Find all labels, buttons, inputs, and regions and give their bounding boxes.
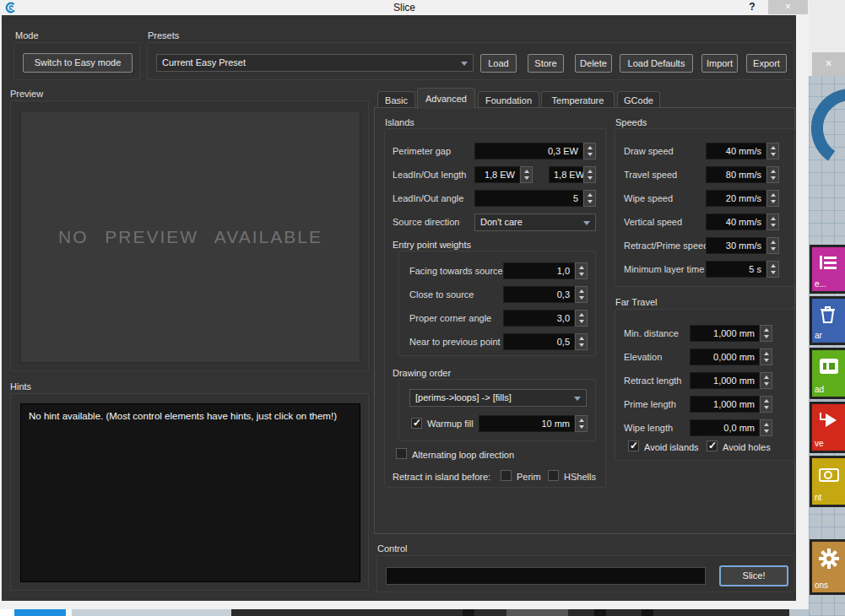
avoid-holes-label: Avoid holes xyxy=(723,441,771,453)
toolbar-button-clear[interactable]: ar xyxy=(810,296,845,345)
facing-towards-source-spinner[interactable] xyxy=(575,262,588,279)
tab-foundation[interactable]: Foundation xyxy=(478,91,539,109)
switch-to-easy-mode-button[interactable]: Switch to Easy mode xyxy=(23,53,133,73)
entry-point-weights-group: Facing towards source 1,0 Close to sourc… xyxy=(398,251,596,356)
avoid-islands-label: Avoid islands xyxy=(644,441,699,453)
draw-speed-input[interactable]: 40 mm/s xyxy=(706,143,766,159)
slice-button[interactable]: Slice! xyxy=(719,565,788,586)
toolbar-button-slice[interactable]: e... xyxy=(810,245,845,294)
tab-temperature[interactable]: Temperature xyxy=(541,91,615,109)
proper-corner-angle-input[interactable]: 3,0 xyxy=(503,310,575,327)
perimeter-gap-spinner[interactable] xyxy=(583,143,596,159)
warmup-fill-label: Warmup fill xyxy=(427,418,474,430)
close-button[interactable]: × xyxy=(768,0,808,14)
prime-length-spinner[interactable] xyxy=(760,396,772,413)
facing-towards-source-input[interactable]: 1,0 xyxy=(503,262,575,279)
near-previous-point-spinner[interactable] xyxy=(575,333,588,350)
prime-length-input[interactable]: 1,000 mm xyxy=(690,396,760,413)
leadinout-angle-label: LeadIn/Out angle xyxy=(393,191,463,207)
avoid-islands-checkbox[interactable] xyxy=(628,440,639,451)
warmup-fill-spinner[interactable] xyxy=(575,415,588,432)
retract-hshells-label: HShells xyxy=(564,471,596,483)
retract-length-input[interactable]: 1,000 mm xyxy=(690,372,760,389)
close-to-source-input[interactable]: 0,3 xyxy=(503,286,575,303)
minimum-layer-time-spinner[interactable] xyxy=(766,261,779,278)
preview-area: NO PREVIEW AVAILABLE xyxy=(20,111,360,363)
load-button[interactable]: Load xyxy=(480,54,517,73)
leadout-length-spinner[interactable] xyxy=(583,166,596,183)
islands-group: Perimeter gap 0,3 EW LeadIn/Out length 1… xyxy=(384,128,606,488)
chevron-down-icon xyxy=(461,62,468,66)
mode-group: Switch to Easy mode xyxy=(14,42,140,80)
bottom-strip-lightpanel xyxy=(72,609,231,616)
tab-advanced[interactable]: Advanced xyxy=(417,88,475,109)
travel-speed-input[interactable]: 80 mm/s xyxy=(706,166,766,183)
travel-speed-label: Travel speed xyxy=(624,167,677,183)
vertical-speed-spinner[interactable] xyxy=(766,213,779,230)
alternating-loop-direction-label: Alternating loop direction xyxy=(412,449,514,461)
retract-perim-checkbox[interactable] xyxy=(501,470,512,481)
speeds-group-label: Speeds xyxy=(615,117,647,127)
toolbar-button-save[interactable]: ve xyxy=(810,402,845,453)
source-direction-dropdown[interactable]: Don't care xyxy=(474,213,596,231)
leadinout-angle-input[interactable]: 5 xyxy=(474,190,583,207)
retract-prime-speed-input[interactable]: 30 mm/s xyxy=(706,237,766,254)
store-button[interactable]: Store xyxy=(528,54,564,73)
dialog-titlebar[interactable]: Slice ? × xyxy=(0,0,809,15)
wipe-speed-label: Wipe speed xyxy=(624,191,673,207)
export-button[interactable]: Export xyxy=(746,54,787,73)
retract-prime-speed-spinner[interactable] xyxy=(766,237,779,254)
drawing-order-label: Drawing order xyxy=(393,368,451,378)
minimum-layer-time-input[interactable]: 5 s xyxy=(706,261,766,278)
prime-length-label: Prime length xyxy=(624,397,676,413)
toolbar-button-load[interactable]: ad xyxy=(810,348,845,399)
wipe-length-spinner[interactable] xyxy=(760,419,772,436)
big-c-logo-icon xyxy=(809,79,845,185)
wipe-speed-spinner[interactable] xyxy=(766,190,779,207)
preset-dropdown[interactable]: Current Easy Preset xyxy=(156,54,474,72)
delete-button[interactable]: Delete xyxy=(575,54,612,73)
travel-speed-spinner[interactable] xyxy=(766,166,779,183)
min-distance-spinner[interactable] xyxy=(760,325,772,342)
presets-group-label: Presets xyxy=(148,30,179,41)
toolbar-button-print[interactable]: nt xyxy=(810,456,845,507)
drawing-order-dropdown[interactable]: [perims->loops] -> [fills] xyxy=(409,389,587,407)
retract-length-spinner[interactable] xyxy=(760,372,772,389)
min-distance-input[interactable]: 1,000 mm xyxy=(690,325,760,342)
bottom-strip-button[interactable] xyxy=(506,609,568,616)
retract-length-label: Retract length xyxy=(624,373,681,389)
leadin-length-input[interactable]: 1,8 EW xyxy=(474,166,520,183)
near-previous-point-input[interactable]: 0,5 xyxy=(503,333,575,350)
far-travel-group: Min. distance 1,000 mm Elevation 0,000 m… xyxy=(615,309,795,461)
elevation-input[interactable]: 0,000 mm xyxy=(690,349,760,365)
proper-corner-angle-spinner[interactable] xyxy=(575,310,588,327)
hints-group: No hint available. (Most control element… xyxy=(10,393,369,591)
import-button[interactable]: Import xyxy=(701,54,738,73)
bottom-strip-blue-button[interactable] xyxy=(14,609,66,616)
load-defaults-button[interactable]: Load Defaults xyxy=(620,54,693,73)
background-close-button[interactable]: × xyxy=(812,52,845,76)
avoid-holes-checkbox[interactable] xyxy=(707,440,718,451)
leadinout-angle-spinner[interactable] xyxy=(583,190,596,207)
leadin-length-spinner[interactable] xyxy=(520,166,533,183)
alternating-loop-direction-checkbox[interactable] xyxy=(396,448,407,459)
facing-towards-source-label: Facing towards source xyxy=(409,263,503,279)
warmup-fill-input[interactable]: 10 mm xyxy=(479,415,575,432)
retract-perim-label: Perim xyxy=(517,471,541,483)
close-to-source-spinner[interactable] xyxy=(575,286,588,303)
retract-hshells-checkbox[interactable] xyxy=(548,470,559,481)
wipe-speed-input[interactable]: 20 mm/s xyxy=(706,190,766,207)
load-icon xyxy=(818,356,840,376)
warmup-fill-checkbox[interactable] xyxy=(411,418,422,429)
draw-speed-spinner[interactable] xyxy=(766,143,779,159)
perimeter-gap-input[interactable]: 0,3 EW xyxy=(474,143,583,159)
tab-basic[interactable]: Basic xyxy=(377,91,415,109)
wipe-length-input[interactable]: 0,0 mm xyxy=(690,419,760,436)
vertical-speed-input[interactable]: 40 mm/s xyxy=(706,213,766,230)
tab-gcode[interactable]: GCode xyxy=(617,91,660,109)
islands-group-label: Islands xyxy=(385,117,414,127)
leadout-length-input[interactable]: 1,8 EW xyxy=(549,166,583,183)
toolbar-button-options[interactable]: ons xyxy=(810,539,845,595)
elevation-spinner[interactable] xyxy=(760,349,772,365)
help-button[interactable]: ? xyxy=(745,1,760,14)
